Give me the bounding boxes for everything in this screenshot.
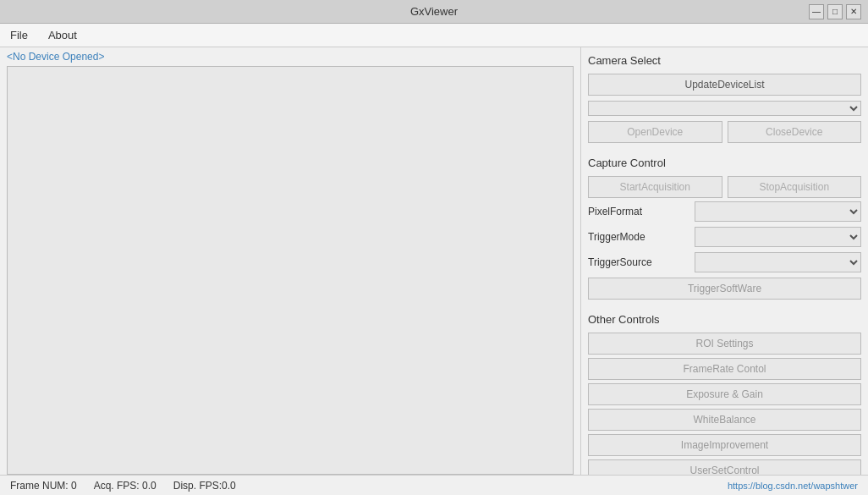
title-bar: GxViewer — □ ✕ (0, 0, 868, 24)
close-button[interactable]: ✕ (846, 4, 861, 19)
trigger-software-button[interactable]: TriggerSoftWare (588, 278, 861, 300)
roi-settings-button[interactable]: ROI Settings (588, 333, 861, 355)
status-bar-left: Frame NUM: 0 Acq. FPS: 0.0 Disp. FPS:0.0 (10, 480, 711, 492)
trigger-mode-row: TriggerMode (588, 227, 861, 247)
close-device-button[interactable]: CloseDevice (728, 121, 862, 143)
capture-control-label: Capture Control (588, 157, 861, 169)
trigger-mode-dropdown[interactable] (695, 227, 861, 247)
update-device-list-button[interactable]: UpdateDeviceList (588, 74, 861, 96)
no-device-label: <No Device Opened> (7, 51, 574, 63)
window-controls: — □ ✕ (809, 4, 861, 19)
device-dropdown[interactable] (588, 101, 861, 116)
frame-num-status: Frame NUM: 0 (10, 480, 77, 492)
left-panel: <No Device Opened> (0, 47, 580, 475)
other-controls-label: Other Controls (588, 313, 861, 326)
minimize-button[interactable]: — (809, 4, 824, 19)
pixel-format-dropdown[interactable] (695, 201, 861, 222)
main-content: <No Device Opened> Camera Select UpdateD… (0, 47, 868, 475)
pixel-format-label: PixelFormat (588, 206, 689, 217)
maximize-button[interactable]: □ (827, 4, 843, 19)
image-improvement-button[interactable]: ImageImprovement (588, 434, 861, 456)
capture-control-section: Capture Control StartAcquisition StopAcq… (588, 157, 861, 300)
exposure-gain-button[interactable]: Exposure & Gain (588, 383, 861, 405)
stop-acquisition-button[interactable]: StopAcquisition (728, 176, 862, 198)
trigger-source-row: TriggerSource (588, 252, 861, 272)
camera-select-section: Camera Select UpdateDeviceList OpenDevic… (588, 54, 861, 143)
trigger-mode-label: TriggerMode (588, 231, 689, 243)
trigger-source-label: TriggerSource (588, 256, 689, 268)
menu-file[interactable]: File (7, 27, 31, 43)
menu-about[interactable]: About (45, 27, 80, 43)
device-buttons-row: OpenDevice CloseDevice (588, 121, 861, 143)
white-balance-button[interactable]: WhiteBalance (588, 409, 861, 431)
right-panel: Camera Select UpdateDeviceList OpenDevic… (580, 47, 868, 475)
disp-fps-status: Disp. FPS:0.0 (173, 480, 236, 492)
framerate-control-button[interactable]: FrameRate Contol (588, 358, 861, 380)
status-bar: Frame NUM: 0 Acq. FPS: 0.0 Disp. FPS:0.0… (0, 475, 868, 495)
user-set-control-button[interactable]: UserSetControl (588, 459, 861, 475)
camera-view (7, 66, 574, 475)
status-bar-link[interactable]: https://blog.csdn.net/wapshtwer (728, 481, 858, 491)
open-device-button[interactable]: OpenDevice (588, 121, 722, 143)
start-acquisition-button[interactable]: StartAcquisition (588, 176, 722, 198)
trigger-source-dropdown[interactable] (695, 252, 861, 272)
acq-fps-status: Acq. FPS: 0.0 (94, 480, 157, 492)
acquisition-buttons-row: StartAcquisition StopAcquisition (588, 176, 861, 198)
menu-bar: File About (0, 24, 868, 47)
other-controls-section: Other Controls ROI Settings FrameRate Co… (588, 313, 861, 475)
app-title: GxViewer (410, 5, 458, 18)
camera-select-label: Camera Select (588, 54, 861, 67)
pixel-format-row: PixelFormat (588, 201, 861, 222)
